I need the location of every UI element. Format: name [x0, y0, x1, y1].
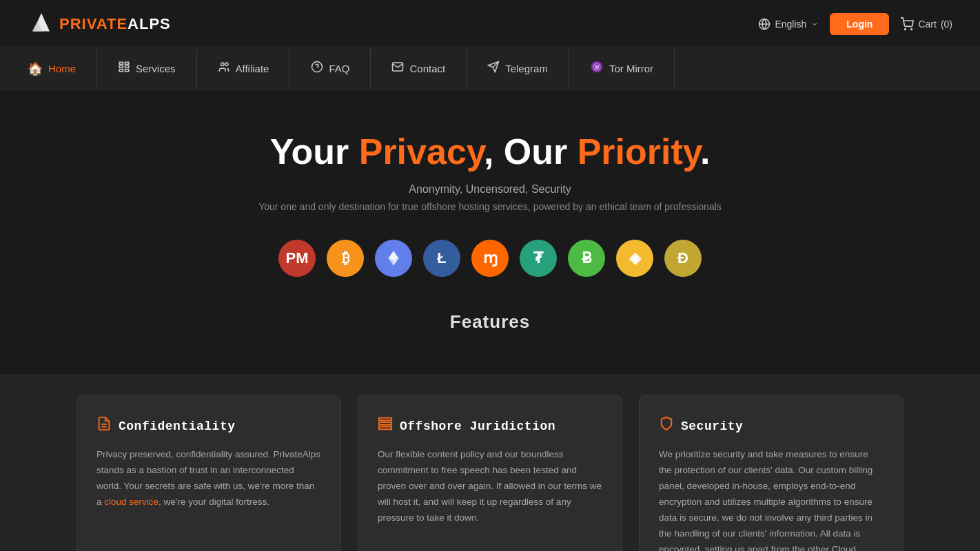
- features-title: Features: [14, 311, 966, 346]
- nav-item-services[interactable]: Services: [97, 48, 197, 89]
- login-button[interactable]: Login: [830, 13, 889, 35]
- nav-item-telegram[interactable]: Telegram: [467, 48, 569, 89]
- nav-label-faq: FAQ: [329, 63, 349, 74]
- svg-rect-27: [379, 418, 391, 421]
- offshore-text: Our flexible content policy and our boun…: [378, 447, 602, 526]
- confidentiality-title: Confidentiality: [96, 416, 321, 436]
- nav-label-telegram: Telegram: [505, 63, 548, 74]
- svg-point-13: [225, 63, 228, 66]
- crypto-bch-icon[interactable]: Ƀ: [568, 240, 605, 277]
- svg-point-5: [911, 28, 912, 30]
- services-icon: [118, 61, 130, 76]
- faq-icon: [311, 61, 323, 76]
- offshore-icon: [378, 416, 393, 436]
- svg-rect-10: [119, 70, 123, 72]
- crypto-btc-icon[interactable]: ₿: [327, 240, 364, 277]
- contact-icon: [391, 61, 404, 76]
- crypto-row: PM ₿ Ł ɱ ₮ Ƀ ◈ Ð: [14, 240, 966, 277]
- logo-mountain-icon: [28, 10, 55, 38]
- nav-item-home[interactable]: 🏠 Home: [21, 48, 97, 89]
- svg-rect-29: [379, 427, 391, 430]
- crypto-doge-icon[interactable]: Ð: [664, 240, 702, 277]
- crypto-pm-icon[interactable]: PM: [278, 240, 316, 277]
- nav-item-tor-mirror[interactable]: Tor Mirror: [569, 48, 675, 89]
- feature-card-security: Security We prioritize security and take…: [639, 395, 904, 551]
- nav-label-affiliate: Affiliate: [236, 63, 269, 74]
- svg-rect-7: [125, 62, 129, 64]
- header: PRIVATEALPS English Login Cart (0): [0, 0, 980, 48]
- language-selector[interactable]: English: [758, 18, 819, 30]
- chevron-down-icon: [810, 20, 819, 28]
- home-icon: 🏠: [28, 61, 43, 76]
- crypto-eth-icon[interactable]: [375, 240, 412, 277]
- hero-subtitle: Anonymity, Uncensored, Security: [14, 183, 966, 196]
- crypto-usdt-icon[interactable]: ₮: [520, 240, 557, 277]
- nav-label-home: Home: [48, 63, 76, 74]
- nav-item-contact[interactable]: Contact: [371, 48, 467, 89]
- cart-label: Cart: [918, 19, 936, 30]
- hero-title: Your Privacy, Our Priority.: [14, 131, 966, 172]
- nav-item-affiliate[interactable]: Affiliate: [197, 48, 291, 89]
- feature-card-offshore: Offshore Juridiction Our flexible conten…: [358, 395, 622, 551]
- affiliate-icon: [218, 61, 230, 76]
- svg-rect-11: [125, 70, 129, 72]
- globe-icon: [758, 18, 770, 30]
- cart-count: (0): [941, 19, 952, 30]
- offshore-title: Offshore Juridiction: [378, 416, 602, 436]
- logo-text: PRIVATEALPS: [59, 15, 171, 33]
- security-icon: [659, 416, 674, 436]
- confidentiality-text: Privacy preserved, confidentiality assur…: [96, 447, 321, 510]
- svg-rect-28: [379, 422, 391, 425]
- security-text: We prioritize security and take measures…: [659, 447, 884, 551]
- features-section: Confidentiality Privacy preserved, confi…: [0, 374, 980, 551]
- svg-rect-8: [119, 66, 123, 68]
- svg-rect-9: [125, 66, 129, 68]
- svg-point-12: [221, 63, 224, 66]
- confidentiality-icon: [96, 416, 112, 436]
- logo[interactable]: PRIVATEALPS: [28, 10, 171, 38]
- crypto-bnb-icon[interactable]: ◈: [616, 240, 653, 277]
- language-label: English: [775, 19, 806, 30]
- cart-area[interactable]: Cart (0): [900, 17, 952, 31]
- tor-icon: [590, 60, 604, 77]
- nav-item-faq[interactable]: FAQ: [290, 48, 371, 89]
- crypto-ltc-icon[interactable]: Ł: [423, 240, 460, 277]
- feature-card-confidentiality: Confidentiality Privacy preserved, confi…: [76, 395, 341, 551]
- nav-label-tor-mirror: Tor Mirror: [609, 63, 653, 74]
- svg-point-21: [596, 66, 598, 67]
- telegram-icon: [487, 61, 500, 76]
- svg-rect-6: [119, 62, 123, 64]
- cart-icon: [900, 17, 914, 31]
- svg-point-4: [905, 28, 906, 30]
- hero-description: Your one and only destination for true o…: [14, 201, 966, 212]
- nav-label-services: Services: [136, 63, 176, 74]
- cloud-service-link[interactable]: cloud service: [104, 497, 159, 507]
- hero-section: Your Privacy, Our Priority. Anonymity, U…: [0, 90, 980, 374]
- navbar: 🏠 Home Services Affiliate FAQ Contact Te…: [0, 48, 980, 90]
- features-grid: Confidentiality Privacy preserved, confi…: [76, 395, 904, 551]
- security-title: Security: [659, 416, 884, 436]
- crypto-xmr-icon[interactable]: ɱ: [471, 240, 509, 277]
- nav-label-contact: Contact: [409, 63, 445, 74]
- header-right: English Login Cart (0): [758, 13, 952, 35]
